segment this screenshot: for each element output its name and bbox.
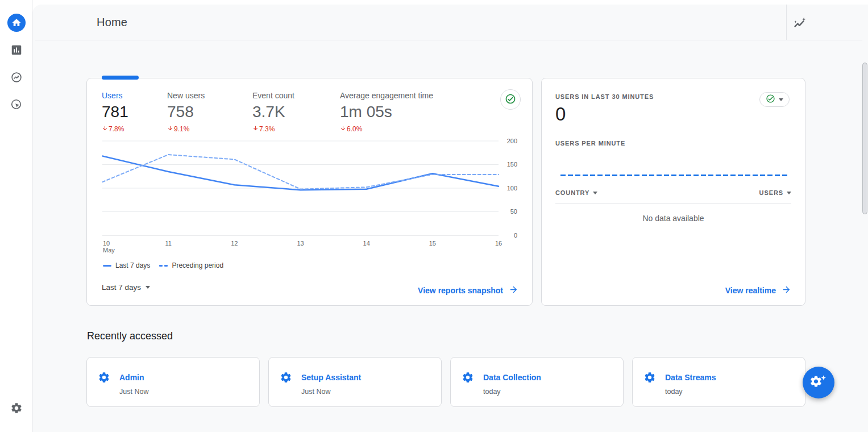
gear-sparkle-icon xyxy=(810,373,827,392)
sidebar-item-advertising[interactable] xyxy=(0,98,32,113)
arrow-forward-icon xyxy=(782,285,791,296)
metric-tab-event-count[interactable]: Event count 3.7K 7.3% xyxy=(252,91,294,133)
metric-value: 781 xyxy=(102,103,128,121)
recent-card-title[interactable]: Data Streams xyxy=(665,373,716,382)
svg-text:50: 50 xyxy=(510,208,517,215)
view-reports-snapshot-link[interactable]: View reports snapshot xyxy=(418,285,518,296)
arrow-down-icon xyxy=(340,125,346,133)
chart-legend: Last 7 days Preceding period xyxy=(103,261,223,269)
svg-text:May: May xyxy=(103,247,115,254)
realtime-card: USERS IN LAST 30 MINUTES 0 USERS PER MIN… xyxy=(541,78,805,306)
overview-card: Users 781 7.8% New users 758 9.1% Event … xyxy=(86,78,533,306)
data-quality-button[interactable] xyxy=(500,89,521,110)
recent-card-data-streams[interactable]: Data Streams today xyxy=(632,357,805,407)
header-vertical-divider xyxy=(786,5,787,40)
users-trend-chart: 05010015020010May111213141516 xyxy=(102,138,518,255)
svg-text:16: 16 xyxy=(495,240,502,247)
chevron-down-icon xyxy=(146,286,150,289)
solid-line-swatch xyxy=(103,265,111,267)
legend-item-current: Last 7 days xyxy=(103,261,150,269)
view-realtime-link[interactable]: View realtime xyxy=(725,285,791,296)
metric-value: 758 xyxy=(167,103,205,121)
recent-card-time: today xyxy=(483,388,501,396)
svg-text:0: 0 xyxy=(514,232,517,239)
sidebar-item-explore[interactable] xyxy=(0,71,32,86)
gear-icon xyxy=(280,371,292,386)
explore-trend-icon xyxy=(10,71,23,86)
users-column-header[interactable]: USERS xyxy=(759,189,791,196)
recently-accessed-heading: Recently accessed xyxy=(87,330,173,342)
recent-card-data-collection[interactable]: Data Collection today xyxy=(450,357,624,407)
sidebar xyxy=(0,0,32,432)
gear-icon xyxy=(10,402,23,417)
metric-delta: 7.3% xyxy=(252,125,294,133)
gear-icon xyxy=(98,371,110,386)
insights-fab[interactable] xyxy=(803,367,834,398)
realtime-table-header: COUNTRY USERS xyxy=(555,189,791,196)
check-circle-icon xyxy=(766,94,775,105)
metric-value: 1m 05s xyxy=(340,103,433,121)
gear-icon xyxy=(643,371,656,386)
scrollbar-thumb[interactable] xyxy=(862,63,867,214)
bar-chart-icon xyxy=(10,44,23,59)
sidebar-item-home[interactable] xyxy=(0,14,32,32)
users-per-minute-label: USERS PER MINUTE xyxy=(555,140,625,147)
svg-text:15: 15 xyxy=(429,240,436,247)
chevron-down-icon xyxy=(593,192,597,194)
recent-card-time: Just Now xyxy=(301,388,330,396)
metric-value: 3.7K xyxy=(252,103,294,121)
arrow-forward-icon xyxy=(509,285,518,296)
recent-card-title[interactable]: Data Collection xyxy=(483,373,541,382)
country-column-header[interactable]: COUNTRY xyxy=(555,189,597,196)
recent-card-time: today xyxy=(665,388,683,396)
metric-label: New users xyxy=(167,91,205,100)
metric-delta: 7.8% xyxy=(102,125,128,133)
recent-card-setup-assistant[interactable]: Setup Assistant Just Now xyxy=(268,357,442,407)
metric-delta: 6.0% xyxy=(340,125,433,133)
chevron-down-icon xyxy=(779,98,783,101)
arrow-down-icon xyxy=(102,125,108,133)
advertising-cursor-icon xyxy=(10,98,23,113)
header-divider xyxy=(35,40,862,40)
dashed-line-swatch xyxy=(159,265,168,267)
svg-text:10: 10 xyxy=(103,240,110,247)
legend-item-previous: Preceding period xyxy=(159,261,223,269)
metric-label: Event count xyxy=(252,91,294,100)
realtime-title: USERS IN LAST 30 MINUTES xyxy=(555,93,654,100)
recent-card-title[interactable]: Setup Assistant xyxy=(301,373,361,382)
svg-text:200: 200 xyxy=(507,138,517,144)
chevron-down-icon xyxy=(787,192,791,194)
realtime-quality-dropdown[interactable] xyxy=(759,92,790,107)
svg-text:14: 14 xyxy=(363,240,370,247)
check-circle-icon xyxy=(505,93,516,106)
arrow-down-icon xyxy=(252,125,259,133)
sidebar-item-reports[interactable] xyxy=(0,44,32,59)
arrow-down-icon xyxy=(167,125,173,133)
metric-tab-new-users[interactable]: New users 758 9.1% xyxy=(167,91,205,133)
recent-card-title[interactable]: Admin xyxy=(119,373,144,382)
realtime-users-value: 0 xyxy=(555,103,566,125)
home-icon xyxy=(7,14,26,32)
no-data-message: No data available xyxy=(542,214,805,223)
metric-delta: 9.1% xyxy=(167,125,205,133)
gear-icon xyxy=(462,371,474,386)
metric-label: Users xyxy=(102,91,128,100)
svg-text:100: 100 xyxy=(507,185,517,192)
insights-button[interactable] xyxy=(792,16,807,31)
users-tab-indicator xyxy=(102,76,139,80)
recent-card-admin[interactable]: Admin Just Now xyxy=(86,357,260,407)
svg-text:150: 150 xyxy=(507,161,517,168)
svg-text:13: 13 xyxy=(297,240,304,247)
table-divider xyxy=(555,203,791,204)
date-range-selector[interactable]: Last 7 days xyxy=(102,283,150,292)
svg-text:11: 11 xyxy=(165,240,171,247)
recent-card-time: Just Now xyxy=(119,388,148,396)
insights-sparkle-icon xyxy=(792,24,807,32)
metric-tab-users[interactable]: Users 781 7.8% xyxy=(102,91,128,133)
metric-label: Average engagement time xyxy=(340,91,433,100)
svg-text:12: 12 xyxy=(231,240,238,247)
page-title: Home xyxy=(97,16,127,29)
metric-tab-avg-engagement-time[interactable]: Average engagement time 1m 05s 6.0% xyxy=(340,91,433,133)
users-per-minute-chart xyxy=(560,175,788,176)
sidebar-item-admin-settings[interactable] xyxy=(0,402,32,417)
